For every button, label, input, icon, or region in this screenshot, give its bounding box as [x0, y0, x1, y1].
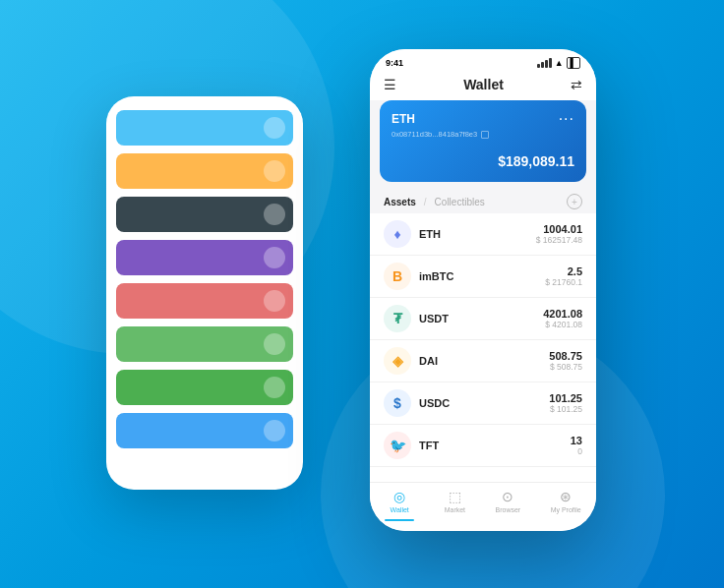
- tab-divider: /: [424, 197, 427, 207]
- wallet-row-7[interactable]: [116, 413, 293, 448]
- currency-symbol: $: [498, 153, 506, 169]
- wallet-row-icon-2: [264, 204, 285, 225]
- token-amounts-tft: 130: [571, 435, 582, 456]
- eth-address: 0x08711d3b...8418a7f8e3: [392, 130, 574, 139]
- tab-assets[interactable]: Assets: [384, 197, 416, 207]
- token-icon-usdt: ₮: [384, 305, 411, 332]
- nav-label-market: Market: [445, 506, 465, 513]
- token-primary-amount: 508.75: [549, 350, 582, 362]
- status-bar: 9:41 ▲ ▌: [370, 49, 596, 73]
- token-item-dai[interactable]: ◈DAI508.75$ 508.75: [370, 340, 596, 382]
- token-name-usdt: USDT: [419, 313, 543, 324]
- token-list: ♦ETH1004.01$ 162517.48BimBTC2.5$ 21760.1…: [370, 213, 596, 482]
- wallet-row-3[interactable]: [116, 240, 293, 275]
- wallet-row-0[interactable]: [116, 110, 293, 146]
- wallet-row-icon-3: [264, 247, 285, 268]
- token-amounts-usdc: 101.25$ 101.25: [549, 392, 582, 414]
- page-title: Wallet: [463, 77, 504, 92]
- signal-bars: [537, 58, 552, 68]
- nav-label-browser: Browser: [496, 506, 521, 513]
- battery-icon: ▌: [567, 57, 580, 69]
- eth-balance-value: 189,089.11: [506, 153, 574, 169]
- eth-card-top: ETH ···: [392, 110, 574, 128]
- eth-card: ETH ··· 0x08711d3b...8418a7f8e3 $189,089…: [380, 100, 586, 182]
- wallet-row-5[interactable]: [116, 326, 293, 362]
- assets-tabs: Assets / Collectibles: [384, 197, 485, 207]
- token-amounts-imbtc: 2.5$ 21760.1: [545, 265, 582, 287]
- token-item-eth[interactable]: ♦ETH1004.01$ 162517.48: [370, 213, 596, 256]
- token-item-usdt[interactable]: ₮USDT4201.08$ 4201.08: [370, 298, 596, 340]
- nav-icon-wallet: ◎: [393, 489, 405, 504]
- token-icon-usdc: $: [384, 389, 411, 417]
- nav-active-indicator: [385, 519, 414, 521]
- nav-icon-browser: ⊙: [502, 489, 513, 504]
- phone-front: 9:41 ▲ ▌ ☰ Wallet ⇄ ETH ··· 0x08711d3b..…: [370, 49, 596, 531]
- token-primary-amount: 101.25: [549, 392, 582, 404]
- token-icon-imbtc: B: [384, 263, 411, 290]
- token-name-tft: TFT: [419, 440, 571, 451]
- wallet-row-1[interactable]: [116, 153, 293, 189]
- phone-back: [106, 96, 303, 490]
- wallet-row-icon-7: [264, 420, 285, 441]
- token-amounts-eth: 1004.01$ 162517.48: [536, 223, 582, 245]
- wifi-icon: ▲: [555, 58, 564, 68]
- wallet-row-icon-6: [264, 377, 285, 398]
- status-time: 9:41: [386, 58, 403, 68]
- wallet-row-4[interactable]: [116, 283, 293, 319]
- token-item-usdc[interactable]: $USDC101.25$ 101.25: [370, 382, 596, 425]
- nav-label-wallet: Wallet: [391, 506, 409, 513]
- nav-icon-my-profile: ⊛: [560, 489, 572, 504]
- token-usd-amount: $ 162517.48: [536, 235, 582, 245]
- token-item-imbtc[interactable]: BimBTC2.5$ 21760.1: [370, 256, 596, 298]
- tab-collectibles[interactable]: Collectibles: [435, 197, 485, 207]
- wallet-row-6[interactable]: [116, 370, 293, 405]
- eth-card-label: ETH: [392, 112, 415, 126]
- nav-item-browser[interactable]: ⊙Browser: [496, 489, 521, 521]
- token-amounts-usdt: 4201.08$ 4201.08: [543, 308, 582, 329]
- token-item-tft[interactable]: 🐦TFT130: [370, 425, 596, 467]
- wallet-row-icon-1: [264, 160, 285, 182]
- token-usd-amount: $ 4201.08: [543, 320, 582, 329]
- assets-header: Assets / Collectibles +: [370, 188, 596, 213]
- nav-item-my-profile[interactable]: ⊛My Profile: [551, 489, 581, 521]
- wallet-row-2[interactable]: [116, 197, 293, 232]
- token-primary-amount: 13: [571, 435, 582, 446]
- token-usd-amount: $ 508.75: [549, 362, 582, 372]
- nav-item-market[interactable]: ⬚Market: [445, 489, 465, 521]
- token-usd-amount: $ 21760.1: [545, 277, 582, 287]
- copy-icon[interactable]: [481, 131, 489, 139]
- add-token-button[interactable]: +: [567, 194, 582, 209]
- token-primary-amount: 1004.01: [536, 223, 582, 235]
- token-icon-eth: ♦: [384, 220, 411, 248]
- menu-icon[interactable]: ☰: [384, 77, 396, 92]
- token-name-usdc: USDC: [419, 397, 549, 409]
- wallet-row-icon-0: [264, 117, 285, 139]
- status-icons: ▲ ▌: [537, 57, 580, 69]
- token-amounts-dai: 508.75$ 508.75: [549, 350, 582, 372]
- eth-balance: $189,089.11: [392, 147, 574, 172]
- bottom-nav: ◎Wallet⬚Market⊙Browser⊛My Profile: [370, 482, 596, 531]
- nav-label-my-profile: My Profile: [551, 506, 581, 513]
- token-primary-amount: 2.5: [545, 265, 582, 277]
- wallet-row-icon-4: [264, 290, 285, 312]
- scan-icon[interactable]: ⇄: [571, 77, 582, 92]
- phone-header: ☰ Wallet ⇄: [370, 73, 596, 100]
- wallet-row-icon-5: [264, 333, 285, 355]
- nav-item-wallet[interactable]: ◎Wallet: [385, 489, 414, 521]
- token-icon-dai: ◈: [384, 347, 411, 375]
- token-primary-amount: 4201.08: [543, 308, 582, 320]
- token-usd-amount: 0: [571, 446, 582, 456]
- eth-more-button[interactable]: ···: [559, 110, 574, 128]
- token-name-dai: DAI: [419, 355, 549, 367]
- token-name-imbtc: imBTC: [419, 270, 545, 282]
- token-usd-amount: $ 101.25: [549, 404, 582, 414]
- nav-icon-market: ⬚: [449, 489, 461, 504]
- token-name-eth: ETH: [419, 228, 536, 240]
- token-icon-tft: 🐦: [384, 432, 411, 459]
